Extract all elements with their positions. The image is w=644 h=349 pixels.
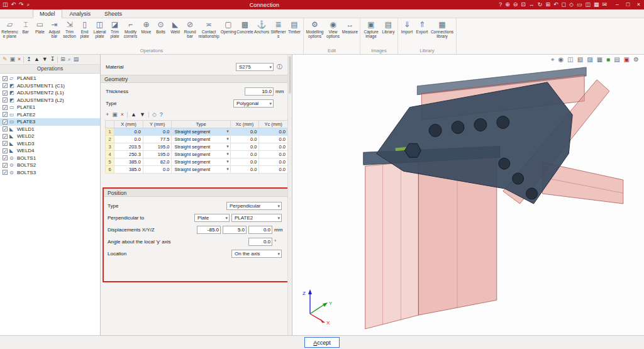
copy-operation-icon[interactable]: ▣ <box>10 55 16 64</box>
ribbon-button-view-options[interactable]: ◉View options <box>325 19 341 39</box>
copy-row-icon[interactable]: ▣ <box>112 111 118 119</box>
tree-item-adjustment2-l1[interactable]: ◩ADJUSTMENT2 (L1) <box>0 89 100 97</box>
help-icon[interactable]: ? <box>499 0 502 9</box>
zoom-in-icon[interactable]: ⊕ <box>505 0 510 9</box>
layout-grid-icon[interactable]: ▦ <box>594 0 599 9</box>
ribbon-button-lateral-plate[interactable]: ◫Lateral plate <box>92 19 108 39</box>
tree-item-checkbox[interactable] <box>3 148 8 153</box>
x-value-cell[interactable]: 0.0 <box>114 136 143 143</box>
ribbon-button-anchors[interactable]: ⚓Anchors <box>253 19 270 34</box>
yc-value-cell[interactable]: 0.0 <box>259 143 288 151</box>
lcs-icon[interactable]: ⌖ <box>551 56 555 64</box>
y-value-cell[interactable]: 82.0 <box>143 158 172 166</box>
y-value-cell[interactable]: 0.0 <box>143 128 172 136</box>
yc-value-cell[interactable]: 0.0 <box>259 158 288 166</box>
tree-item-adjustment3-l2[interactable]: ◩ADJUSTMENT3 (L2) <box>0 97 100 104</box>
segment-type-dropdown[interactable]: Straight segment <box>172 151 230 158</box>
maximize-button[interactable]: □ <box>623 0 633 9</box>
ribbon-button-end-plate[interactable]: ▯End plate <box>77 19 92 39</box>
segment-type-dropdown[interactable]: Straight segment <box>172 166 230 174</box>
tree-item-checkbox[interactable] <box>3 83 8 88</box>
ribbon-button-bar[interactable]: ⌶Bar <box>18 19 33 34</box>
camera-icon[interactable]: ▣ <box>624 56 630 64</box>
display-settings-icon[interactable]: ⚙ <box>633 56 639 64</box>
ribbon-button-capture-image[interactable]: ▣Capture image <box>362 19 380 39</box>
geometry-table-row-4[interactable]: 4250.3195.0Straight segment0.00.0 <box>106 151 288 158</box>
minimize-button[interactable]: – <box>612 0 623 9</box>
tab-model[interactable]: Model <box>33 9 62 18</box>
perpendicular-to-target-select[interactable]: PLATE2 <box>231 214 282 222</box>
move-top-icon[interactable]: ↥ <box>26 55 31 64</box>
yc-value-cell[interactable]: 0.0 <box>259 136 288 143</box>
tree-item-checkbox[interactable] <box>3 126 8 131</box>
xc-value-cell[interactable]: 0.0 <box>230 143 259 151</box>
save-icon[interactable]: ◫ <box>3 0 8 9</box>
move-row-down-icon[interactable]: ▼ <box>140 111 145 119</box>
geometry-table-row-3[interactable]: 3203.5195.0Straight segment0.00.0 <box>106 143 288 151</box>
tree-item-checkbox[interactable] <box>3 91 8 96</box>
polygon-icon[interactable]: ◇ <box>152 111 157 119</box>
tree-item-checkbox[interactable] <box>3 163 8 168</box>
ribbon-button-weld[interactable]: ◣Weld <box>168 19 182 34</box>
move-down-icon[interactable]: ▼ <box>42 55 48 64</box>
tree-item-weld4[interactable]: ◣WELD4 <box>0 147 100 155</box>
scrollbar-thumb[interactable] <box>289 56 291 94</box>
x-value-cell[interactable]: 385.0 <box>114 166 143 174</box>
displacement-x-input[interactable] <box>197 226 221 234</box>
list-view-icon[interactable]: ▤ <box>74 55 79 64</box>
y-value-cell[interactable]: 0.0 <box>143 166 172 174</box>
tree-item-checkbox[interactable] <box>3 97 8 102</box>
previous-view-icon[interactable]: ↶ <box>553 0 558 9</box>
angle-input[interactable] <box>248 238 272 246</box>
x-value-cell[interactable]: 385.0 <box>114 158 143 166</box>
x-value-cell[interactable]: 203.5 <box>114 143 143 151</box>
help-icon[interactable]: ? <box>160 111 163 119</box>
location-select[interactable]: On the axis <box>231 250 282 258</box>
view-direction-icon[interactable]: ◉ <box>558 56 564 64</box>
solid-view-icon[interactable]: ▧ <box>577 56 583 64</box>
ribbon-button-round-bar[interactable]: ⊘Round bar <box>182 19 197 39</box>
tree-item-checkbox[interactable] <box>3 155 8 160</box>
x-value-cell[interactable]: 250.3 <box>114 151 143 158</box>
tree-item-adjustment1-c1[interactable]: ◩ADJUSTMENT1 (C1) <box>0 82 100 90</box>
tree-item-bolts3[interactable]: ⊙BOLTS3 <box>0 169 100 177</box>
ribbon-button-reference-plane[interactable]: ▱Reference plane <box>1 19 18 39</box>
accept-button[interactable]: Accept <box>304 337 340 348</box>
layout-single-icon[interactable]: ▭ <box>577 0 582 9</box>
tree-item-checkbox[interactable] <box>3 141 8 146</box>
tree-item-plate1[interactable]: ▭PLATE1 <box>0 104 100 111</box>
undo-icon[interactable]: ↶ <box>11 0 16 9</box>
ribbon-button-adjust-bar[interactable]: ⇥Adjust bar <box>47 19 62 39</box>
move-up-icon[interactable]: ▲ <box>34 55 40 64</box>
tree-item-checkbox[interactable] <box>3 112 8 117</box>
zoom-selected-icon[interactable]: ⌕ <box>68 55 71 64</box>
rotate-icon[interactable]: ↻ <box>538 0 543 9</box>
segment-type-dropdown[interactable]: Straight segment <box>172 143 230 151</box>
delete-row-icon[interactable]: × <box>121 111 124 119</box>
move-row-up-icon[interactable]: ▲ <box>131 111 136 119</box>
ribbon-button-connections-library[interactable]: ▦Connections library <box>430 19 455 39</box>
ribbon-button-move[interactable]: ⊕Move <box>139 19 153 34</box>
geometry-table-row-1[interactable]: 10.00.0Straight segment0.00.0 <box>106 128 288 136</box>
position-type-select[interactable]: Perpendicular <box>226 202 282 210</box>
segment-type-dropdown[interactable]: Straight segment <box>172 128 230 136</box>
x-value-cell[interactable]: 0.0 <box>114 128 143 136</box>
ribbon-button-plate[interactable]: ▭Plate <box>33 19 47 34</box>
xc-value-cell[interactable]: 0.0 <box>230 166 259 174</box>
tree-item-weld1[interactable]: ◣WELD1 <box>0 126 100 133</box>
tree-item-checkbox[interactable] <box>3 170 8 175</box>
layout-split-icon[interactable]: ◫ <box>585 0 591 9</box>
ribbon-button-trim-plate[interactable]: ◪Trim plate <box>108 19 122 39</box>
thickness-input[interactable] <box>245 87 274 96</box>
zoom-out-icon[interactable]: ⊖ <box>513 0 518 9</box>
ribbon-button-trim-section[interactable]: ⇲Trim section <box>62 19 77 39</box>
yc-value-cell[interactable]: 0.0 <box>259 128 288 136</box>
ribbon-button-measure[interactable]: ↔Measure <box>341 19 358 34</box>
geometry-table-row-2[interactable]: 20.077.5Straight segment0.00.0 <box>106 136 288 143</box>
perpendicular-to-kind-select[interactable]: Plate <box>194 214 230 222</box>
displacement-z-input[interactable] <box>248 226 272 234</box>
tree-item-plate3[interactable]: ▭PLATE3 <box>0 118 100 126</box>
move-bottom-icon[interactable]: ↧ <box>50 55 55 64</box>
geometry-table-row-6[interactable]: 6385.00.0Straight segment0.00.0 <box>106 166 288 174</box>
xc-value-cell[interactable]: 0.0 <box>230 151 259 158</box>
